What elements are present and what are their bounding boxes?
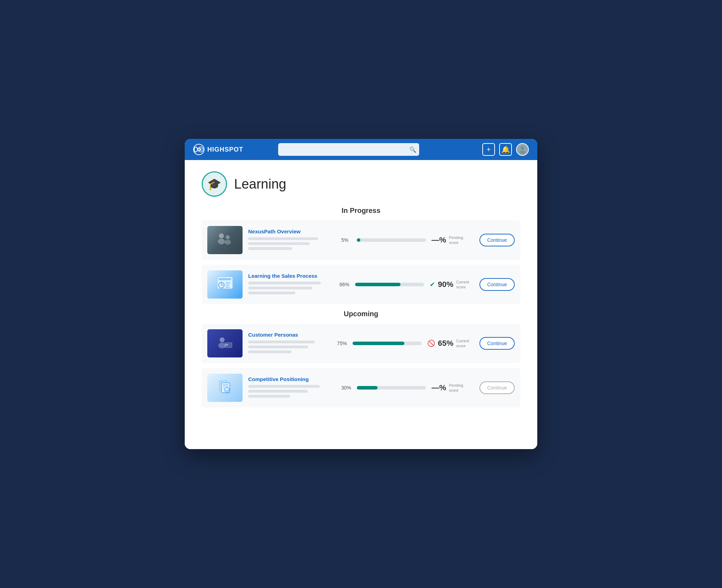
score-label-sales-process: Current score: [456, 280, 474, 290]
desc-line-2: [248, 287, 312, 289]
desc-line-2: [248, 390, 308, 393]
svg-rect-20: [226, 344, 228, 345]
avatar[interactable]: [516, 143, 529, 156]
thumb-docs-icon: [207, 374, 243, 402]
course-card-nexuspath: NexusPath Overview 5% —% Pending score C…: [202, 220, 520, 260]
in-progress-section: In Progress NexusPath Overview: [202, 207, 520, 304]
course-info-competitive-positioning: Competitive Positioning: [248, 376, 336, 400]
svg-point-5: [219, 233, 224, 238]
progress-section-sales-process: 66%: [339, 282, 424, 287]
progress-section-customer-personas: 75%: [337, 341, 422, 346]
desc-line-1: [248, 282, 321, 284]
page-header: 🎓 Learning: [202, 171, 520, 197]
score-value-sales-process: 90%: [438, 280, 453, 289]
progress-section-competitive-positioning: 30%: [341, 385, 426, 391]
desc-line-3: [248, 350, 292, 353]
score-label-competitive-positioning: Pending score: [449, 383, 467, 393]
search-input[interactable]: [278, 143, 419, 156]
in-progress-title: In Progress: [202, 207, 520, 215]
progress-bar-track-nexuspath: [357, 238, 426, 242]
progress-bar-fill-competitive-positioning: [357, 386, 378, 390]
course-name-customer-personas: Customer Personas: [248, 332, 331, 338]
course-info-nexuspath: NexusPath Overview: [248, 228, 336, 252]
course-info-customer-personas: Customer Personas: [248, 332, 331, 355]
desc-line-1: [248, 341, 315, 343]
svg-point-17: [220, 337, 225, 342]
score-label-nexuspath: Pending score: [449, 235, 467, 245]
score-section-customer-personas: 🚫 65% Current score: [427, 338, 474, 349]
svg-point-8: [225, 240, 231, 245]
continue-button-customer-personas[interactable]: Continue: [479, 337, 515, 350]
add-button[interactable]: +: [482, 143, 495, 156]
progress-section-nexuspath: 5%: [341, 237, 426, 243]
progress-pct-nexuspath: 5%: [341, 237, 353, 243]
svg-rect-14: [226, 282, 231, 283]
continue-button-sales-process[interactable]: Continue: [479, 278, 515, 291]
desc-line-2: [248, 345, 308, 348]
svg-rect-16: [226, 287, 230, 288]
bell-icon: 🔔: [501, 145, 510, 154]
course-thumbnail-sales-process: [207, 270, 243, 299]
progress-bar-fill-nexuspath: [357, 238, 360, 242]
course-name-competitive-positioning: Competitive Positioning: [248, 376, 336, 382]
desc-line-2: [248, 242, 310, 245]
course-name-nexuspath: NexusPath Overview: [248, 228, 336, 234]
search-icon[interactable]: 🔍: [409, 146, 416, 153]
upcoming-title: Upcoming: [202, 310, 520, 318]
browser-window: HIGHSPOT 🔍 + 🔔 🎓 Learning: [185, 139, 537, 449]
upcoming-section: Upcoming Customer Personas: [202, 310, 520, 408]
progress-bar-track-sales-process: [355, 283, 424, 286]
progress-pct-competitive-positioning: 30%: [341, 385, 353, 391]
svg-point-6: [218, 239, 225, 244]
continue-button-competitive-positioning[interactable]: Continue: [479, 381, 515, 394]
progress-bar-fill-sales-process: [355, 283, 400, 286]
progress-pct-customer-personas: 75%: [337, 341, 348, 346]
thumb-business-icon: [207, 329, 243, 357]
logo-text: HIGHSPOT: [207, 146, 243, 153]
score-section-nexuspath: —% Pending score: [432, 235, 474, 245]
course-card-customer-personas: Customer Personas 75% 🚫 65% Current scor…: [202, 324, 520, 363]
check-icon: ✔: [430, 281, 435, 288]
course-info-sales-process: Learning the Sales Process: [248, 273, 334, 296]
main-content: 🎓 Learning In Progress: [185, 160, 537, 449]
svg-point-2: [200, 149, 201, 150]
course-name-sales-process: Learning the Sales Process: [248, 273, 334, 279]
continue-button-nexuspath[interactable]: Continue: [479, 234, 515, 246]
notification-button[interactable]: 🔔: [499, 143, 512, 156]
thumb-dashboard-icon: [207, 270, 243, 299]
course-card-competitive-positioning: Competitive Positioning 30% —% Pending s…: [202, 368, 520, 408]
progress-bar-track-customer-personas: [353, 342, 422, 345]
nav-actions: + 🔔: [482, 143, 529, 156]
svg-rect-15: [226, 284, 229, 286]
desc-line-3: [248, 395, 290, 398]
svg-point-3: [521, 146, 524, 150]
search-bar: 🔍: [278, 143, 419, 156]
progress-bar-track-competitive-positioning: [357, 386, 426, 390]
desc-line-1: [248, 385, 320, 388]
course-thumbnail-customer-personas: [207, 329, 243, 357]
page-title: Learning: [234, 177, 286, 192]
svg-point-7: [226, 235, 230, 239]
score-section-sales-process: ✔ 90% Current score: [430, 280, 474, 290]
score-value-nexuspath: —%: [432, 235, 446, 245]
graduation-icon: 🎓: [207, 177, 221, 191]
nav-bar: HIGHSPOT 🔍 + 🔔: [185, 139, 537, 160]
logo-icon: [193, 144, 204, 155]
progress-pct-sales-process: 66%: [339, 282, 351, 287]
score-value-customer-personas: 65%: [438, 339, 453, 348]
progress-bar-fill-customer-personas: [353, 342, 404, 345]
desc-line-3: [248, 247, 292, 250]
course-thumbnail-nexuspath: [207, 226, 243, 254]
logo: HIGHSPOT: [193, 144, 243, 155]
learning-icon: 🎓: [202, 171, 227, 197]
score-label-customer-personas: Current score: [456, 338, 474, 349]
thumb-people-icon: [207, 226, 243, 254]
score-section-competitive-positioning: —% Pending score: [432, 383, 474, 393]
block-icon: 🚫: [427, 339, 435, 347]
desc-line-3: [248, 292, 295, 294]
svg-point-4: [520, 151, 525, 154]
course-thumbnail-competitive-positioning: [207, 374, 243, 402]
desc-line-1: [248, 237, 318, 240]
course-card-sales-process: Learning the Sales Process 66% ✔ 90% Cur…: [202, 265, 520, 304]
score-value-competitive-positioning: —%: [432, 383, 446, 392]
